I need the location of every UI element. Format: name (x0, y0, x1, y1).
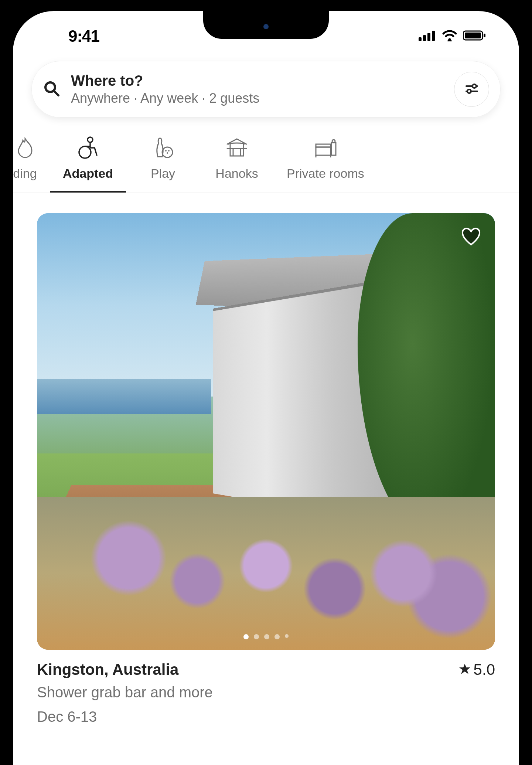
wifi-icon (441, 30, 458, 43)
svg-rect-2 (427, 33, 430, 41)
carousel-dot (274, 634, 280, 639)
svg-rect-6 (465, 33, 481, 38)
status-icons (419, 30, 486, 43)
svg-point-23 (332, 140, 335, 143)
svg-point-17 (165, 150, 167, 152)
search-icon (43, 80, 61, 99)
svg-point-19 (167, 152, 168, 154)
carousel-dot (243, 634, 249, 639)
svg-rect-20 (316, 147, 331, 155)
search-subtitle: Anywhere · Any week · 2 guests (71, 91, 444, 106)
category-label: Play (151, 166, 175, 181)
listing-image-carousel[interactable] (37, 213, 495, 650)
category-tab-trending[interactable]: ding (13, 136, 50, 191)
category-label: ding (13, 166, 37, 181)
svg-rect-21 (316, 144, 331, 147)
svg-point-18 (168, 150, 170, 152)
cellular-signal-icon (419, 30, 436, 42)
svg-point-4 (449, 38, 451, 41)
favorite-button[interactable] (458, 224, 484, 250)
svg-point-13 (467, 89, 471, 93)
carousel-dot (264, 634, 269, 639)
search-text-area: Where to? Anywhere · Any week · 2 guests (71, 72, 444, 106)
filter-sliders-icon (464, 81, 479, 98)
search-title: Where to? (71, 72, 444, 89)
listing-dates: Dec 6-13 (37, 706, 495, 727)
phone-notch (203, 11, 329, 39)
svg-line-9 (54, 91, 58, 95)
svg-rect-1 (423, 35, 426, 41)
listing-title: Kingston, Australia (37, 661, 178, 679)
category-tab-hanoks[interactable]: Hanoks (200, 136, 274, 191)
phone-screen: 9:41 Where to? Anywhere · Any week · (13, 11, 519, 765)
listing-features: Shower grab bar and more (37, 681, 495, 703)
phone-device-frame: 9:41 Where to? Anywhere · Any week · (0, 0, 532, 765)
category-label: Hanoks (215, 166, 258, 181)
svg-point-14 (88, 137, 93, 142)
svg-point-11 (473, 84, 476, 88)
wheelchair-icon (76, 136, 100, 160)
hanok-icon (225, 136, 249, 160)
rating-value: 5.0 (474, 661, 495, 679)
heart-icon (460, 226, 482, 248)
category-label: Adapted (63, 166, 113, 181)
fire-icon (13, 136, 37, 160)
carousel-pagination-dots (243, 634, 289, 639)
carousel-dot (254, 634, 259, 639)
listing-photo (37, 213, 495, 650)
category-label: Private rooms (287, 166, 364, 181)
bedroom-icon (314, 136, 337, 160)
carousel-dot (285, 634, 289, 638)
search-bar[interactable]: Where to? Anywhere · Any week · 2 guests (31, 61, 501, 118)
bowling-icon (151, 136, 175, 160)
battery-icon (463, 30, 486, 42)
category-tab-adapted[interactable]: Adapted (50, 136, 126, 193)
listing-card[interactable]: Kingston, Australia 5.0 Shower grab bar … (13, 193, 519, 727)
svg-rect-7 (484, 34, 485, 37)
filter-button[interactable] (454, 72, 489, 107)
category-tabs[interactable]: ding Adapted Play Hanoks (13, 125, 519, 193)
svg-rect-3 (432, 31, 435, 41)
listing-info: Kingston, Australia 5.0 Shower grab bar … (37, 650, 495, 727)
star-icon (459, 661, 471, 679)
svg-rect-0 (419, 37, 422, 41)
category-tab-private-rooms[interactable]: Private rooms (274, 136, 377, 191)
svg-rect-22 (331, 143, 336, 155)
category-tab-play[interactable]: Play (126, 136, 200, 191)
svg-point-15 (79, 146, 91, 158)
listing-rating: 5.0 (459, 661, 495, 679)
status-time: 9:41 (68, 27, 99, 45)
